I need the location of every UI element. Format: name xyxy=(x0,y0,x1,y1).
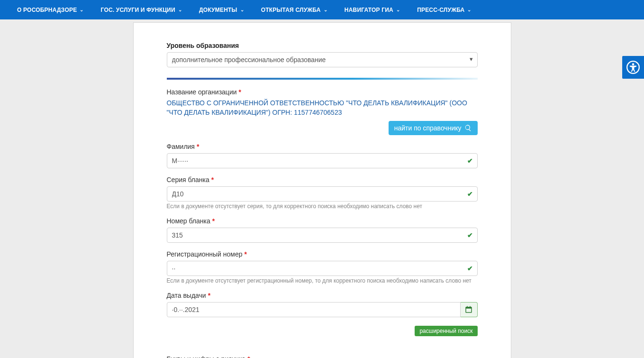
field-regnumber: Регистрационный номер* ✔ Если в документ… xyxy=(167,250,478,284)
nav-documents[interactable]: ДОКУМЕНТЫ ⌄ xyxy=(190,7,253,13)
nav-services[interactable]: ГОС. УСЛУГИ И ФУНКЦИИ ⌄ xyxy=(92,7,190,13)
nav-label: ГОС. УСЛУГИ И ФУНКЦИИ xyxy=(101,7,175,13)
chevron-down-icon: ⌄ xyxy=(80,7,83,12)
nav-label: НАВИГАТОР ГИА xyxy=(345,7,393,13)
chevron-down-icon: ⌄ xyxy=(396,7,400,12)
series-label: Серия бланка* xyxy=(167,176,478,184)
series-help: Если в документе отсутствует серия, то д… xyxy=(167,203,478,210)
regnumber-help: Если в документе отсутствует регистрацио… xyxy=(167,277,478,284)
number-label: Номер бланка* xyxy=(167,217,478,225)
surname-input[interactable] xyxy=(167,153,478,168)
top-navbar: О РОСОБРНАДЗОРЕ ⌄ ГОС. УСЛУГИ И ФУНКЦИИ … xyxy=(0,0,644,19)
number-input[interactable] xyxy=(167,228,478,243)
accessibility-icon xyxy=(626,61,640,74)
education-level-select[interactable]: дополнительное профессиональное образова… xyxy=(167,52,478,67)
org-label: Название организации* xyxy=(167,88,478,96)
divider xyxy=(167,78,478,80)
accessibility-button[interactable] xyxy=(622,56,644,79)
lookup-button-label: найти по справочнику xyxy=(394,124,462,132)
calendar-button[interactable] xyxy=(461,302,478,317)
nav-about[interactable]: О РОСОБРНАДЗОРЕ ⌄ xyxy=(9,7,92,13)
chevron-down-icon: ⌄ xyxy=(324,7,327,12)
advanced-search-button[interactable]: расширенный поиск xyxy=(415,326,477,336)
series-input[interactable] xyxy=(167,186,478,202)
check-icon: ✔ xyxy=(467,157,473,165)
education-level-label: Уровень образования xyxy=(167,42,478,49)
nav-label: О РОСОБРНАДЗОРЕ xyxy=(17,7,77,13)
regnumber-input[interactable] xyxy=(167,261,478,276)
field-series: Серия бланка* ✔ Если в документе отсутст… xyxy=(167,176,478,210)
date-label: Дата выдачи* xyxy=(167,292,478,299)
field-number: Номер бланка* ✔ xyxy=(167,217,478,243)
captcha-label: Буквы и цифры с рисунка* xyxy=(167,355,478,358)
search-icon xyxy=(464,124,472,132)
date-input[interactable] xyxy=(167,302,461,317)
field-date: Дата выдачи* xyxy=(167,292,478,317)
nav-open-service[interactable]: ОТКРЫТАЯ СЛУЖБА ⌄ xyxy=(253,7,336,13)
check-icon: ✔ xyxy=(467,190,473,198)
chevron-down-icon: ⌄ xyxy=(240,7,244,12)
field-surname: Фамилия* ✔ xyxy=(167,143,478,168)
nav-gia[interactable]: НАВИГАТОР ГИА ⌄ xyxy=(336,7,408,13)
nav-label: ДОКУМЕНТЫ xyxy=(199,7,237,13)
field-education-level: Уровень образования дополнительное профе… xyxy=(167,42,478,67)
chevron-down-icon: ⌄ xyxy=(178,7,182,12)
org-name-text: ОБЩЕСТВО С ОГРАНИЧЕННОЙ ОТВЕТСТВЕННОСТЬЮ… xyxy=(167,99,478,117)
svg-point-1 xyxy=(632,63,635,65)
check-icon: ✔ xyxy=(467,231,473,239)
lookup-button[interactable]: найти по справочнику xyxy=(389,121,478,135)
form-panel: Уровень образования дополнительное профе… xyxy=(133,22,511,358)
field-organization: Название организации* ОБЩЕСТВО С ОГРАНИЧ… xyxy=(167,88,478,135)
chevron-down-icon: ⌄ xyxy=(467,7,471,12)
nav-label: ОТКРЫТАЯ СЛУЖБА xyxy=(261,7,321,13)
nav-press[interactable]: ПРЕСС-СЛУЖБА ⌄ xyxy=(408,7,480,13)
surname-label: Фамилия* xyxy=(167,143,478,150)
check-icon: ✔ xyxy=(467,265,473,272)
regnumber-label: Регистрационный номер* xyxy=(167,250,478,258)
nav-label: ПРЕСС-СЛУЖБА xyxy=(417,7,464,13)
calendar-icon xyxy=(464,305,473,314)
